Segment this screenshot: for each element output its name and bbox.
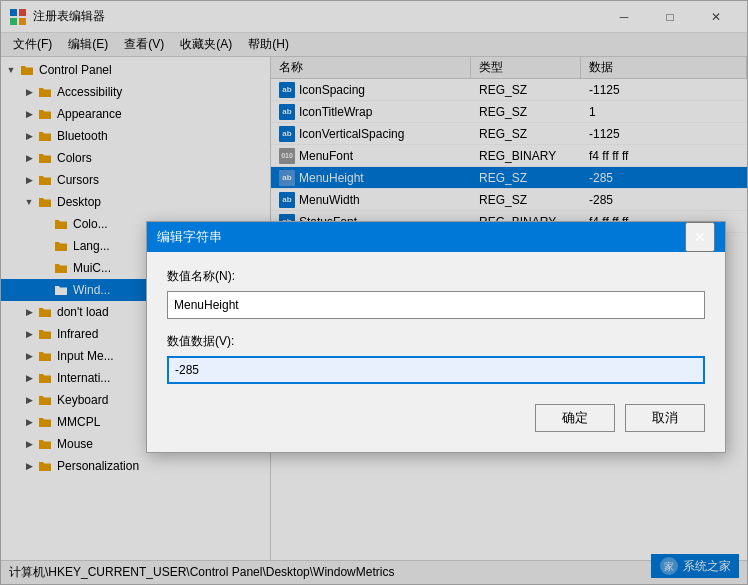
dialog-body: 数值名称(N): 数值数据(V): 确定 取消 — [147, 252, 725, 452]
main-window: 注册表编辑器 ─ □ ✕ 文件(F) 编辑(E) 查看(V) 收藏夹(A) 帮助… — [0, 0, 748, 585]
dialog-buttons: 确定 取消 — [167, 398, 705, 436]
dialog-name-input[interactable] — [167, 291, 705, 319]
edit-string-dialog: 编辑字符串 ✕ 数值名称(N): 数值数据(V): 确定 取消 — [146, 221, 726, 453]
dialog-data-input[interactable] — [167, 356, 705, 384]
dialog-cancel-button[interactable]: 取消 — [625, 404, 705, 432]
dialog-overlay: 编辑字符串 ✕ 数值名称(N): 数值数据(V): 确定 取消 — [1, 1, 747, 584]
dialog-ok-button[interactable]: 确定 — [535, 404, 615, 432]
dialog-title-bar: 编辑字符串 ✕ — [147, 222, 725, 252]
dialog-title: 编辑字符串 — [157, 228, 685, 246]
dialog-name-label: 数值名称(N): — [167, 268, 705, 285]
dialog-close-button[interactable]: ✕ — [685, 222, 715, 252]
dialog-data-label: 数值数据(V): — [167, 333, 705, 350]
